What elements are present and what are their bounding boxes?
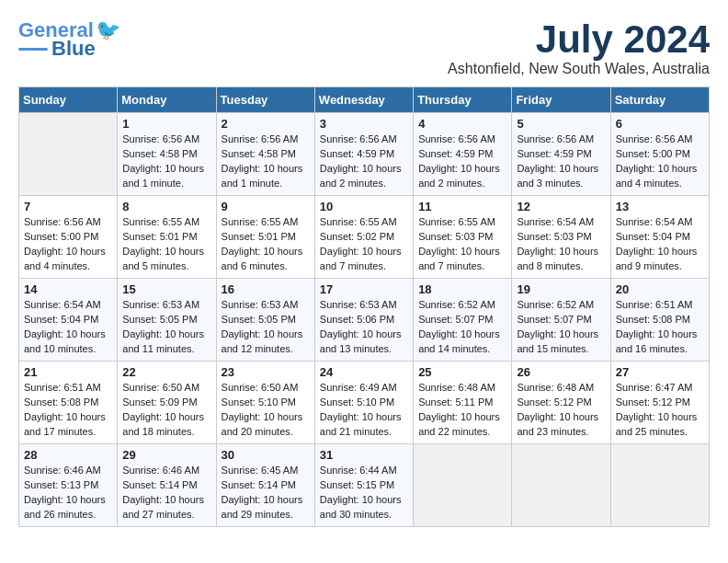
calendar-week-row: 21Sunrise: 6:51 AMSunset: 5:08 PMDayligh…	[19, 362, 710, 444]
sunrise-text: Sunrise: 6:55 AM	[222, 215, 310, 230]
sunset-text: Sunset: 5:00 PM	[616, 147, 704, 162]
daylight-text: Daylight: 10 hours and 17 minutes.	[24, 410, 112, 440]
day-number: 4	[418, 117, 506, 131]
day-number: 16	[222, 282, 310, 296]
day-number: 13	[616, 200, 704, 213]
daylight-text: Daylight: 10 hours and 27 minutes.	[122, 493, 210, 523]
sunset-text: Sunset: 4:58 PM	[122, 147, 210, 162]
sunset-text: Sunset: 4:59 PM	[320, 147, 408, 162]
sunset-text: Sunset: 5:10 PM	[320, 396, 408, 410]
daylight-text: Daylight: 10 hours and 29 minutes.	[222, 493, 310, 523]
day-number: 14	[24, 282, 112, 296]
sunrise-text: Sunrise: 6:49 AM	[320, 381, 408, 396]
sunset-text: Sunset: 5:05 PM	[222, 313, 310, 327]
day-info: Sunrise: 6:44 AMSunset: 5:15 PMDaylight:…	[320, 464, 408, 523]
calendar-week-row: 28Sunrise: 6:46 AMSunset: 5:13 PMDayligh…	[19, 444, 710, 527]
sunrise-text: Sunrise: 6:50 AM	[222, 381, 310, 396]
day-number: 28	[24, 448, 112, 462]
day-number: 30	[222, 448, 310, 462]
day-number: 29	[122, 448, 210, 462]
day-info: Sunrise: 6:54 AMSunset: 5:03 PMDaylight:…	[517, 215, 605, 274]
calendar-cell	[19, 113, 118, 196]
day-info: Sunrise: 6:51 AMSunset: 5:08 PMDaylight:…	[24, 381, 112, 440]
daylight-text: Daylight: 10 hours and 30 minutes.	[320, 493, 408, 523]
daylight-text: Daylight: 10 hours and 1 minute.	[122, 162, 210, 191]
day-info: Sunrise: 6:56 AMSunset: 4:59 PMDaylight:…	[320, 132, 408, 191]
location: Ashtonfield, New South Wales, Australia	[448, 61, 710, 77]
day-number: 20	[616, 282, 704, 296]
sunset-text: Sunset: 4:59 PM	[517, 147, 605, 162]
bird-icon: 🐦	[96, 18, 120, 42]
day-number: 31	[320, 448, 408, 462]
daylight-text: Daylight: 10 hours and 20 minutes.	[222, 410, 310, 440]
sunset-text: Sunset: 5:00 PM	[24, 230, 112, 245]
calendar-cell: 4Sunrise: 6:56 AMSunset: 4:59 PMDaylight…	[414, 113, 512, 196]
daylight-text: Daylight: 10 hours and 23 minutes.	[517, 410, 605, 440]
day-number: 8	[122, 200, 210, 213]
calendar-cell: 25Sunrise: 6:48 AMSunset: 5:11 PMDayligh…	[414, 362, 512, 444]
sunset-text: Sunset: 5:03 PM	[418, 230, 506, 245]
sunrise-text: Sunrise: 6:48 AM	[418, 381, 506, 396]
day-info: Sunrise: 6:54 AMSunset: 5:04 PMDaylight:…	[616, 215, 704, 274]
calendar-cell	[610, 444, 709, 527]
daylight-text: Daylight: 10 hours and 4 minutes.	[616, 162, 704, 191]
calendar-cell: 6Sunrise: 6:56 AMSunset: 5:00 PMDaylight…	[610, 113, 709, 196]
calendar-cell: 17Sunrise: 6:53 AMSunset: 5:06 PMDayligh…	[314, 279, 413, 362]
calendar-cell: 7Sunrise: 6:56 AMSunset: 5:00 PMDaylight…	[19, 196, 118, 279]
day-info: Sunrise: 6:54 AMSunset: 5:04 PMDaylight:…	[24, 298, 112, 357]
calendar-week-row: 7Sunrise: 6:56 AMSunset: 5:00 PMDaylight…	[19, 196, 710, 279]
title-block: July 2024 Ashtonfield, New South Wales, …	[448, 18, 710, 77]
day-number: 5	[517, 117, 605, 131]
calendar-cell: 22Sunrise: 6:50 AMSunset: 5:09 PMDayligh…	[118, 362, 216, 444]
sunset-text: Sunset: 5:02 PM	[320, 230, 408, 245]
calendar-header-row: SundayMondayTuesdayWednesdayThursdayFrid…	[19, 87, 710, 113]
day-number: 9	[222, 200, 310, 213]
sunset-text: Sunset: 5:14 PM	[122, 478, 210, 493]
sunrise-text: Sunrise: 6:51 AM	[616, 298, 704, 313]
logo-line2: Blue	[51, 39, 96, 59]
sunrise-text: Sunrise: 6:55 AM	[320, 215, 408, 230]
daylight-text: Daylight: 10 hours and 7 minutes.	[418, 245, 506, 274]
sunset-text: Sunset: 5:10 PM	[222, 396, 310, 410]
sunrise-text: Sunrise: 6:44 AM	[320, 464, 408, 478]
header-wednesday: Wednesday	[314, 87, 413, 113]
daylight-text: Daylight: 10 hours and 26 minutes.	[24, 493, 112, 523]
day-number: 23	[222, 365, 310, 379]
day-number: 18	[418, 282, 506, 296]
sunrise-text: Sunrise: 6:53 AM	[320, 298, 408, 313]
sunrise-text: Sunrise: 6:55 AM	[122, 215, 210, 230]
daylight-text: Daylight: 10 hours and 14 minutes.	[418, 327, 506, 357]
daylight-text: Daylight: 10 hours and 5 minutes.	[122, 245, 210, 274]
calendar-cell: 2Sunrise: 6:56 AMSunset: 4:58 PMDaylight…	[216, 113, 314, 196]
header-friday: Friday	[512, 87, 610, 113]
day-number: 3	[320, 117, 408, 131]
sunset-text: Sunset: 5:08 PM	[616, 313, 704, 327]
day-info: Sunrise: 6:56 AMSunset: 5:00 PMDaylight:…	[24, 215, 112, 274]
day-info: Sunrise: 6:55 AMSunset: 5:03 PMDaylight:…	[418, 215, 506, 274]
sunset-text: Sunset: 5:03 PM	[517, 230, 605, 245]
day-number: 25	[418, 365, 506, 379]
day-info: Sunrise: 6:52 AMSunset: 5:07 PMDaylight:…	[517, 298, 605, 357]
calendar-cell: 15Sunrise: 6:53 AMSunset: 5:05 PMDayligh…	[118, 279, 216, 362]
sunrise-text: Sunrise: 6:48 AM	[517, 381, 605, 396]
day-number: 22	[122, 365, 210, 379]
calendar-cell: 21Sunrise: 6:51 AMSunset: 5:08 PMDayligh…	[19, 362, 118, 444]
sunset-text: Sunset: 5:12 PM	[517, 396, 605, 410]
sunrise-text: Sunrise: 6:47 AM	[616, 381, 704, 396]
daylight-text: Daylight: 10 hours and 18 minutes.	[122, 410, 210, 440]
sunrise-text: Sunrise: 6:56 AM	[616, 132, 704, 147]
day-number: 26	[517, 365, 605, 379]
day-info: Sunrise: 6:50 AMSunset: 5:09 PMDaylight:…	[122, 381, 210, 440]
calendar-cell: 26Sunrise: 6:48 AMSunset: 5:12 PMDayligh…	[512, 362, 610, 444]
sunrise-text: Sunrise: 6:52 AM	[517, 298, 605, 313]
sunset-text: Sunset: 5:05 PM	[122, 313, 210, 327]
day-info: Sunrise: 6:56 AMSunset: 4:58 PMDaylight:…	[122, 132, 210, 191]
day-info: Sunrise: 6:48 AMSunset: 5:12 PMDaylight:…	[517, 381, 605, 440]
day-number: 7	[24, 200, 112, 213]
daylight-text: Daylight: 10 hours and 15 minutes.	[517, 327, 605, 357]
day-number: 2	[222, 117, 310, 131]
sunrise-text: Sunrise: 6:55 AM	[418, 215, 506, 230]
day-info: Sunrise: 6:47 AMSunset: 5:12 PMDaylight:…	[616, 381, 704, 440]
day-info: Sunrise: 6:53 AMSunset: 5:05 PMDaylight:…	[122, 298, 210, 357]
header-monday: Monday	[118, 87, 216, 113]
